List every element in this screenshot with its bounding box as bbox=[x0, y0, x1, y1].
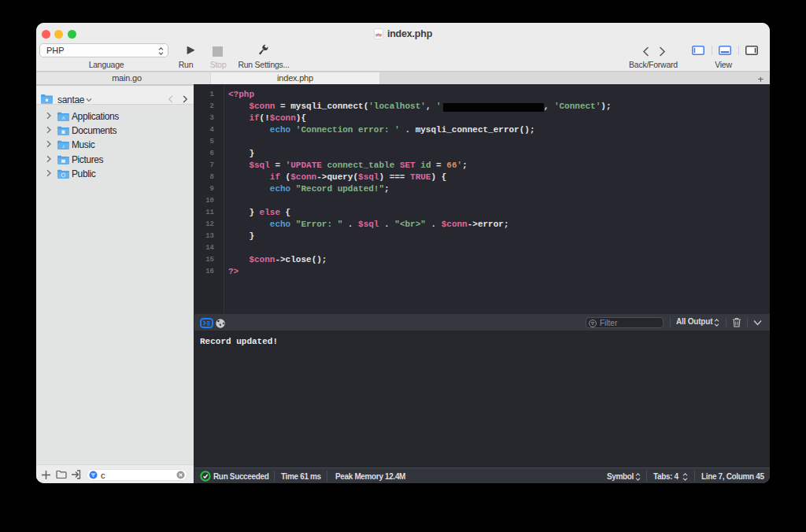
svg-text:A: A bbox=[61, 116, 65, 120]
svg-text:♪: ♪ bbox=[62, 143, 65, 149]
svg-text:php: php bbox=[375, 33, 382, 37]
